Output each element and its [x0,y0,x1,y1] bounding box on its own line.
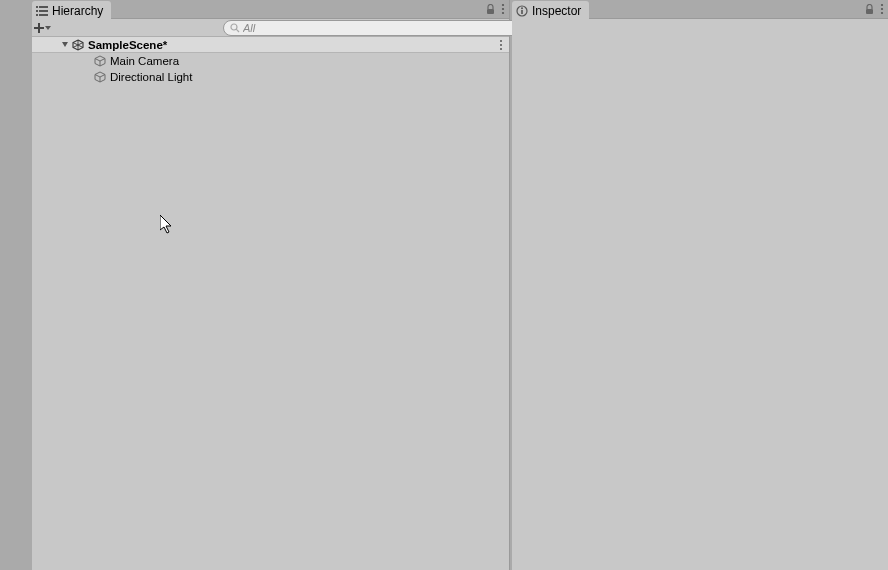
hierarchy-panel: Hierarchy [32,0,510,570]
svg-point-18 [500,40,502,42]
svg-rect-1 [39,6,48,8]
svg-rect-11 [34,27,44,29]
search-input[interactable] [243,22,518,34]
hierarchy-tree[interactable]: SampleScene* Main C [32,37,509,570]
svg-point-9 [502,12,504,14]
svg-point-12 [231,24,237,30]
create-button[interactable] [34,20,51,36]
cube-icon [94,71,106,83]
info-icon [516,5,528,17]
hierarchy-tab-label: Hierarchy [52,4,103,18]
cube-icon [94,55,106,67]
hierarchy-tab[interactable]: Hierarchy [32,1,111,20]
gameobject-row[interactable]: Main Camera [32,53,509,69]
svg-rect-0 [36,6,38,8]
panel-menu-icon[interactable] [880,3,884,15]
scene-row[interactable]: SampleScene* [32,37,509,53]
unity-scene-icon [72,39,84,51]
inspector-panel: Inspector [512,0,888,570]
inspector-tab-label: Inspector [532,4,581,18]
svg-point-8 [502,8,504,10]
lock-icon[interactable] [865,4,874,15]
svg-point-31 [881,8,883,10]
search-field[interactable] [223,20,525,36]
inspector-tabbar-right [865,0,884,18]
svg-rect-6 [487,9,494,14]
scene-row-menu-icon[interactable] [499,37,503,53]
svg-point-32 [881,12,883,14]
svg-rect-29 [866,9,873,14]
svg-point-20 [500,48,502,50]
inspector-body [512,19,888,570]
gameobject-name: Directional Light [110,71,192,83]
inspector-tabbar: Inspector [512,0,888,19]
svg-point-27 [521,7,523,9]
hierarchy-tabbar-right [486,0,505,18]
hierarchy-toolbar [32,19,509,37]
svg-rect-28 [521,10,523,14]
search-icon [230,23,240,33]
lock-icon[interactable] [486,4,495,15]
gameobject-row[interactable]: Directional Light [32,69,509,85]
gameobject-name: Main Camera [110,55,179,67]
hierarchy-tabbar: Hierarchy [32,0,509,19]
scene-name: SampleScene* [88,39,167,51]
svg-point-19 [500,44,502,46]
chevron-down-icon [45,26,51,30]
foldout-icon[interactable] [62,42,68,47]
svg-point-30 [881,4,883,6]
panel-menu-icon[interactable] [501,3,505,15]
svg-point-7 [502,4,504,6]
left-gutter [0,0,32,570]
inspector-tab[interactable]: Inspector [512,1,589,20]
root: Hierarchy [0,0,888,570]
svg-line-13 [236,29,239,32]
svg-rect-5 [39,14,48,16]
svg-rect-4 [36,14,38,16]
hierarchy-icon [36,6,48,16]
svg-rect-3 [39,10,48,12]
svg-rect-2 [36,10,38,12]
